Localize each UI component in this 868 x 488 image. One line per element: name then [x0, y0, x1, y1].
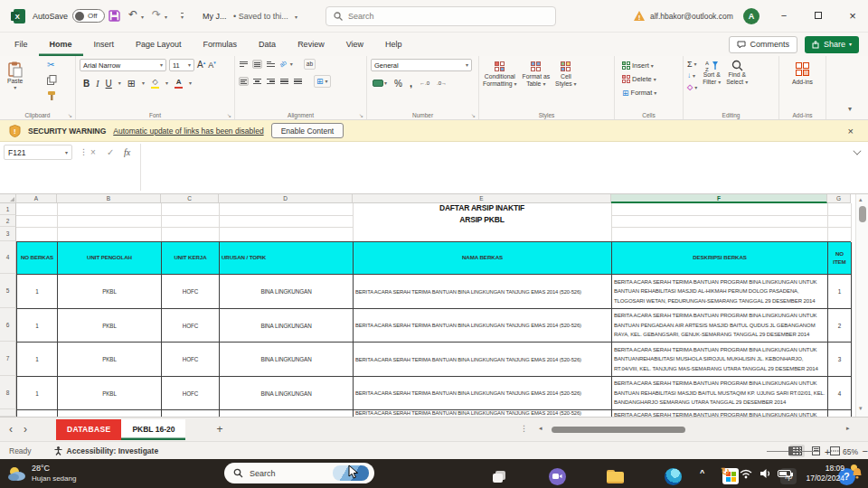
- formula-input[interactable]: [141, 144, 846, 191]
- tab-view[interactable]: View: [335, 33, 374, 56]
- percent-style-button[interactable]: %: [394, 79, 402, 89]
- font-size-combo[interactable]: 11▾: [169, 59, 194, 71]
- table-header-urusan-topik[interactable]: URUSAN / TOPIK: [220, 242, 354, 275]
- insert-cells-button[interactable]: Insert▾: [622, 59, 679, 72]
- formula-bar-expand-icon[interactable]: [853, 146, 861, 155]
- autosave-toggle[interactable]: Off: [72, 9, 105, 23]
- cell-unit-kerja[interactable]: HOFC: [162, 377, 220, 410]
- font-color-chevron-icon[interactable]: ▾: [189, 80, 192, 86]
- clipboard-dialog-launcher-icon[interactable]: ↘: [68, 112, 72, 118]
- table-header-unit-pengolah[interactable]: UNIT PENGOLAH: [58, 242, 162, 275]
- cell-nama-berkas[interactable]: BERITA ACARA SERAH TERIMA BANTUAN BINA L…: [354, 275, 612, 309]
- cell-nama-berkas[interactable]: BERITA ACARA SERAH TERIMA BANTUAN BINA L…: [354, 377, 612, 410]
- row-header-1[interactable]: 1: [0, 203, 16, 215]
- fill-button[interactable]: ↓▾: [687, 72, 697, 80]
- row-header-4[interactable]: 4: [0, 241, 16, 274]
- cell-unit-pengolah[interactable]: PKBL: [58, 275, 162, 309]
- horizontal-scrollbar[interactable]: [548, 425, 846, 434]
- tab-help[interactable]: Help: [374, 33, 413, 56]
- formula-cancel-icon[interactable]: ×: [90, 147, 96, 157]
- column-header-b[interactable]: B: [57, 194, 161, 203]
- name-box-splitter-icon[interactable]: ⋮: [80, 147, 88, 156]
- tab-page-layout[interactable]: Page Layout: [125, 33, 193, 56]
- insert-function-icon[interactable]: fx: [124, 147, 130, 157]
- column-header-d[interactable]: D: [219, 194, 353, 203]
- grow-font-icon[interactable]: A▴: [197, 61, 205, 70]
- security-bar-close-icon[interactable]: ×: [848, 126, 854, 136]
- find-select-button[interactable]: Find & Select▾: [726, 60, 748, 86]
- bold-button[interactable]: B: [83, 79, 90, 89]
- task-view-button[interactable]: [487, 465, 511, 488]
- tab-formulas[interactable]: Formulas: [193, 33, 249, 56]
- column-header-f-selected[interactable]: F: [611, 194, 827, 203]
- cell-no-item[interactable]: 2: [828, 309, 852, 343]
- vertical-scrollbar[interactable]: ▴ ▾: [855, 194, 868, 417]
- sheet-nav-left-icon[interactable]: ‹: [9, 423, 13, 436]
- copy-icon[interactable]: [47, 75, 57, 85]
- tab-file[interactable]: File: [4, 33, 39, 56]
- row-header-8[interactable]: 8: [0, 376, 16, 409]
- scroll-up-icon[interactable]: ▴: [859, 196, 863, 203]
- edge-browser-icon[interactable]: [661, 465, 684, 488]
- cell-urusan-topik[interactable]: BINA LINGKUNGAN: [220, 309, 354, 343]
- increase-indent-icon[interactable]: [293, 77, 303, 86]
- new-sheet-icon[interactable]: +: [216, 423, 222, 436]
- cell-partial-deskripsi[interactable]: BERITA ACARA SERAH TERIMA BANTUAN PROGRA…: [612, 410, 828, 417]
- cell-no-berkas[interactable]: 1: [17, 377, 58, 410]
- table-header-no-berkas[interactable]: NO BERKAS: [17, 242, 58, 275]
- speaker-icon[interactable]: [760, 468, 771, 479]
- cell-unit-pengolah[interactable]: PKBL: [58, 377, 162, 410]
- cell-partial[interactable]: [220, 410, 354, 417]
- undo-chevron-icon[interactable]: ▾: [141, 14, 144, 20]
- decrease-indent-icon[interactable]: [279, 77, 289, 86]
- font-color-button[interactable]: A: [175, 78, 183, 89]
- redo-chevron-icon[interactable]: ▾: [165, 14, 167, 20]
- row-header-6[interactable]: 6: [0, 308, 16, 342]
- column-header-e[interactable]: E: [353, 194, 611, 203]
- wrap-text-button[interactable]: ab: [304, 59, 316, 70]
- comments-button[interactable]: Comments: [729, 36, 797, 53]
- cell-unit-kerja[interactable]: HOFC: [162, 275, 220, 309]
- column-header-c[interactable]: C: [161, 194, 219, 203]
- table-header-no-item[interactable]: NO ITEM: [828, 242, 852, 275]
- align-bottom-icon[interactable]: [266, 60, 276, 69]
- addins-button[interactable]: Add-ins: [783, 62, 822, 86]
- paste-button[interactable]: Paste ▾: [7, 61, 23, 90]
- name-box[interactable]: F121▾: [4, 145, 72, 160]
- align-left-icon[interactable]: [239, 77, 249, 86]
- cut-icon[interactable]: ✂: [47, 60, 54, 70]
- orientation-chevron-icon[interactable]: ▾: [290, 61, 293, 67]
- cell-partial-nama[interactable]: BERITA ACARA SERAH TERIMA BANTUAN BINA L…: [354, 410, 612, 417]
- avatar[interactable]: A: [743, 8, 760, 24]
- row-header-2[interactable]: 2: [0, 215, 16, 227]
- cell-no-berkas[interactable]: 1: [17, 309, 58, 343]
- cell-unit-kerja[interactable]: HOFC: [162, 309, 220, 343]
- tab-home[interactable]: Home: [39, 33, 83, 56]
- taskbar-clock[interactable]: 18:09 17/02/2024: [799, 464, 844, 483]
- cell-no-item[interactable]: 1: [828, 275, 852, 309]
- increase-decimal-icon[interactable]: ←.0: [420, 80, 429, 86]
- cell-deskripsi-berkas[interactable]: BERITA ACARA SERAH TERIMA BANTUAN PROGRA…: [612, 343, 828, 377]
- underline-chevron-icon[interactable]: ▾: [118, 80, 121, 86]
- cell-nama-berkas[interactable]: BERITA ACARA SERAH TERIMA BANTUAN BINA L…: [354, 343, 612, 377]
- cell-nama-berkas[interactable]: BERITA ACARA SERAH TERIMA BANTUAN BINA L…: [354, 309, 612, 343]
- align-middle-icon[interactable]: [252, 60, 262, 69]
- italic-button[interactable]: I: [96, 79, 99, 89]
- cell-urusan-topik[interactable]: BINA LINGKUNGAN: [220, 343, 354, 377]
- merge-center-button[interactable]: ⊞▾: [314, 75, 331, 89]
- titlebar-search[interactable]: Search: [326, 6, 556, 26]
- zoom-out-button[interactable]: −: [863, 446, 868, 456]
- minimize-button[interactable]: −: [769, 4, 799, 27]
- autosum-button[interactable]: Σ▾: [687, 60, 697, 69]
- redo-icon[interactable]: ↷: [152, 8, 161, 21]
- cell-unit-pengolah[interactable]: PKBL: [58, 309, 162, 343]
- tabbar-splitter-icon[interactable]: ⋮: [520, 424, 528, 433]
- cell-deskripsi-berkas[interactable]: BERITA ACARA SERAH TERIMA BANTUAN PROGRA…: [612, 275, 828, 309]
- qat-customize-icon[interactable]: ▾: [181, 13, 184, 20]
- sheet-tab-database[interactable]: DATABASE: [56, 419, 121, 440]
- document-title[interactable]: My J...: [203, 12, 227, 21]
- accounting-format-button[interactable]: ▾: [373, 80, 387, 87]
- row-header-5[interactable]: 5: [0, 274, 16, 308]
- tab-insert[interactable]: Insert: [83, 33, 126, 56]
- column-header-a[interactable]: A: [16, 194, 57, 203]
